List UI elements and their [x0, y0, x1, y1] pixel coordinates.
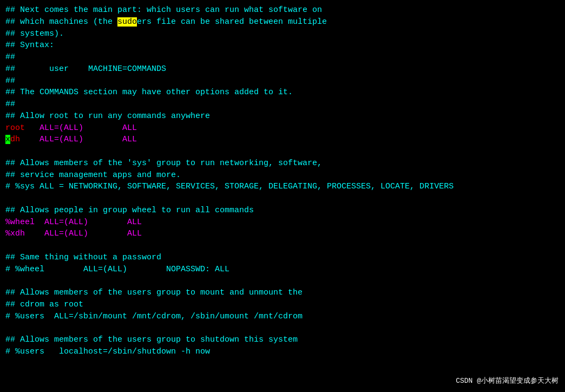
line-27: # %users ALL=/sbin/mount /mnt/cdrom, /sb… [5, 311, 560, 323]
line-10: ## Allow root to run any commands anywhe… [5, 110, 560, 122]
line-8: ## The COMMANDS section may have other o… [5, 87, 560, 99]
line-22: ## Same thing without a password [5, 252, 560, 264]
line-16: # %sys ALL = NETWORKING, SOFTWARE, SERVI… [5, 181, 560, 193]
root-user: root [5, 123, 25, 133]
xdh-group-perms: ALL=(ALL) ALL [25, 229, 142, 238]
line-21 [5, 240, 560, 252]
line-9: ## [5, 99, 560, 110]
terminal: ## Next comes the main part: which users… [0, 0, 565, 392]
line-4: ## Syntax: [5, 40, 560, 51]
line-14: ## Allows members of the 'sys' group to … [5, 158, 560, 169]
line-28 [5, 322, 560, 334]
line-11: root ALL=(ALL) ALL [5, 122, 560, 134]
sudo-highlight: sudo [117, 17, 137, 27]
cursor-x: x [5, 135, 10, 144]
line-18: ## Allows people in group wheel to run a… [5, 205, 560, 217]
line-25: ## Allows members of the users group to … [5, 287, 560, 299]
line-24 [5, 275, 560, 287]
xdh-perms: ALL=(ALL) ALL [20, 135, 137, 144]
line-17 [5, 193, 560, 205]
wheel-perms: ALL=(ALL) ALL [35, 218, 142, 227]
line-7: ## [5, 75, 560, 87]
line-6: ## user MACHINE=COMMANDS [5, 63, 560, 75]
line-19: %wheel ALL=(ALL) ALL [5, 217, 560, 228]
line-13 [5, 146, 560, 158]
line-15: ## service management apps and more. [5, 169, 560, 181]
line-30: # %users localhost=/sbin/shutdown -h now [5, 346, 560, 358]
line-3: ## systems). [5, 28, 560, 40]
xdh-user: dh [10, 135, 20, 144]
xdh-group: %xdh [5, 229, 25, 238]
line-12: xdh ALL=(ALL) ALL [5, 134, 560, 146]
line-26: ## cdrom as root [5, 299, 560, 311]
line-2: ## which machines (the sudoers file can … [5, 16, 560, 28]
line-23: # %wheel ALL=(ALL) NOPASSWD: ALL [5, 264, 560, 276]
line-1: ## Next comes the main part: which users… [5, 4, 560, 16]
line-29: ## Allows members of the users group to … [5, 334, 560, 346]
watermark: CSDN @小树苗渴望变成参天大树 [456, 376, 559, 387]
line-20: %xdh ALL=(ALL) ALL [5, 228, 560, 240]
line-5: ## [5, 51, 560, 63]
wheel-group: %wheel [5, 218, 35, 227]
root-perms: ALL=(ALL) ALL [25, 123, 137, 133]
